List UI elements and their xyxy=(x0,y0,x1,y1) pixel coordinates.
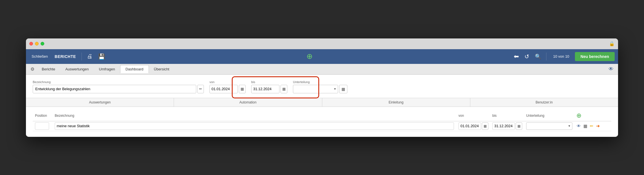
tab-umfragen[interactable]: Umfragen xyxy=(94,65,120,73)
header-bezeichnung: Bezeichnung xyxy=(52,114,456,118)
header-actions: ⊕ xyxy=(575,111,611,120)
bezeichnung-edit-btn[interactable]: ✏ xyxy=(197,85,204,93)
gear-button[interactable]: ⚙ xyxy=(28,65,37,73)
back-icon: ⬅ xyxy=(514,53,519,60)
row-navigate-button[interactable]: ➜ xyxy=(595,123,601,129)
toolbar: Schließen BERICHTE 🖨 💾 ⊕ ⬅ ↺ 🔍 10 von 10… xyxy=(26,49,618,64)
von-label: von xyxy=(209,80,246,84)
header-position: Position xyxy=(33,114,52,118)
app-window: 🔒 Schließen BERICHTE 🖨 💾 ⊕ ⬅ ↺ 🔍 10 von … xyxy=(26,38,618,137)
header-bis: bis xyxy=(490,114,524,118)
separator-1 xyxy=(81,53,82,61)
grid-view-button[interactable]: ▦ xyxy=(339,85,347,93)
maximize-button[interactable] xyxy=(41,42,44,46)
tab-bar: ⚙ Berichte Auswertungen Umfragen Dashboa… xyxy=(26,64,618,75)
unterteilung-label: Unterteilung xyxy=(293,80,347,84)
von-input-row: ▦ xyxy=(209,85,246,93)
row-bis: ▦ xyxy=(490,122,524,130)
separator-2 xyxy=(546,53,546,61)
header-von: von xyxy=(456,114,490,118)
minimize-button[interactable] xyxy=(35,42,39,46)
bis-calendar-button[interactable]: ▦ xyxy=(281,85,287,93)
sub-tabs: Auswertungen Automation Einleitung Benut… xyxy=(26,98,618,107)
count-label: 10 von 10 xyxy=(550,54,573,59)
neu-berechnen-button[interactable]: Neu berechnen xyxy=(575,52,615,61)
sub-tab-auswertungen[interactable]: Auswertungen xyxy=(26,98,174,107)
tab-berichte[interactable]: Berichte xyxy=(37,65,60,73)
sub-tab-automation[interactable]: Automation xyxy=(174,98,322,107)
schliessen-button[interactable]: Schließen xyxy=(29,53,50,60)
tab-auswertungen[interactable]: Auswertungen xyxy=(60,65,94,73)
eye-icon-tab[interactable]: 👁 xyxy=(608,66,614,72)
table-section: Position Bezeichnung von bis Unterteilun… xyxy=(33,107,611,131)
form-section: Bezeichnung ✏ von ▦ bis ▦ xyxy=(33,80,611,93)
search-icon: 🔍 xyxy=(535,53,541,60)
refresh-button[interactable]: ↺ xyxy=(523,52,531,61)
print-icon: 🖨 xyxy=(87,53,92,60)
row-position xyxy=(33,122,52,130)
unterteilung-select-wrapper: ▼ xyxy=(293,85,338,93)
berichte-label: BERICHTE xyxy=(52,54,78,59)
print-button[interactable]: 🖨 xyxy=(85,52,94,61)
bis-date-input[interactable] xyxy=(251,85,279,93)
sub-tab-einleitung[interactable]: Einleitung xyxy=(322,98,470,107)
row-bezeichnung xyxy=(52,122,456,130)
bezeichnung-input-row: ✏ xyxy=(33,85,204,93)
table-header: Position Bezeichnung von bis Unterteilun… xyxy=(33,110,611,121)
add-button[interactable]: ⊕ xyxy=(305,51,314,62)
row-unterteilung-wrapper: ▼ xyxy=(526,122,572,130)
unterteilung-field-group: Unterteilung ▼ ▦ xyxy=(293,80,347,93)
save-icon: 💾 xyxy=(98,53,105,60)
row-bis-calendar-button[interactable]: ▦ xyxy=(516,122,522,130)
add-row-button[interactable]: ⊕ xyxy=(576,111,582,120)
row-von-input[interactable] xyxy=(458,122,481,130)
back-button[interactable]: ⬅ xyxy=(512,52,521,61)
von-date-input[interactable] xyxy=(209,85,238,93)
refresh-icon: ↺ xyxy=(524,53,529,60)
row-bis-input[interactable] xyxy=(492,122,515,130)
row-position-input[interactable] xyxy=(35,122,49,130)
bis-field-group: bis ▦ xyxy=(251,80,287,93)
add-icon: ⊕ xyxy=(306,52,313,61)
content-area: Bezeichnung ✏ von ▦ bis ▦ xyxy=(26,75,618,137)
traffic-lights xyxy=(29,42,44,46)
header-unterteilung: Unterteilung xyxy=(524,114,575,118)
von-calendar-button[interactable]: ▦ xyxy=(239,85,246,93)
bezeichnung-input[interactable] xyxy=(33,85,196,93)
row-von: ▦ xyxy=(456,122,490,130)
row-grid-button[interactable]: ▦ xyxy=(583,123,588,129)
lock-icon: 🔒 xyxy=(609,41,615,46)
row-unterteilung: ▼ xyxy=(524,122,575,130)
bis-label: bis xyxy=(251,80,287,84)
row-edit-button[interactable]: ✏ xyxy=(589,123,594,129)
sub-tab-benutzer[interactable]: Benutzer:in xyxy=(470,98,618,107)
von-field-group: von ▦ xyxy=(209,80,246,93)
search-button[interactable]: 🔍 xyxy=(533,52,543,61)
tab-uebersicht[interactable]: Übersicht xyxy=(149,65,175,73)
bis-input-row: ▦ xyxy=(251,85,287,93)
row-von-calendar-button[interactable]: ▦ xyxy=(482,122,488,130)
title-bar: 🔒 xyxy=(26,38,618,49)
unterteilung-input-row: ▼ ▦ xyxy=(293,85,347,93)
tab-dashboard[interactable]: Dashboard xyxy=(120,65,149,73)
bezeichnung-field-group: Bezeichnung ✏ xyxy=(33,80,204,93)
close-button[interactable] xyxy=(29,42,33,46)
row-unterteilung-select[interactable] xyxy=(526,122,572,130)
bezeichnung-label: Bezeichnung xyxy=(33,80,204,84)
unterteilung-select[interactable] xyxy=(293,85,338,93)
save-button[interactable]: 💾 xyxy=(96,52,107,61)
row-bezeichnung-input[interactable] xyxy=(55,122,454,130)
row-eye-button[interactable]: 👁 xyxy=(576,123,582,129)
table-row: ▦ ▦ ▼ 👁 ▦ ✏ xyxy=(33,121,611,131)
row-actions: 👁 ▦ ✏ ➜ xyxy=(575,123,611,129)
